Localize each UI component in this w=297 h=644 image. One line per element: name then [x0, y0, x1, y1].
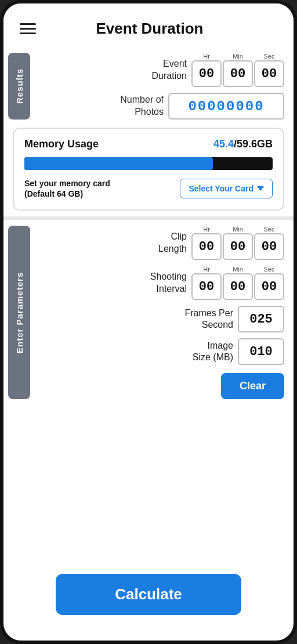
results-label: Results: [8, 53, 30, 120]
main-content: Results EventDuration Hr 00 Min 00: [3, 47, 294, 641]
event-sec-unit: Sec 00: [254, 53, 284, 87]
event-duration-label: EventDuration: [123, 58, 187, 82]
memory-progress-bg: [24, 157, 273, 170]
page-title: Event Duration: [38, 20, 261, 38]
shooting-interval-inputs: Hr 00 Min 00 Sec 00: [191, 266, 284, 300]
memory-card: Memory Usage 45.4/59.6GB Set your memory…: [13, 128, 284, 211]
clip-hr-unit: Hr 00: [191, 226, 222, 260]
phone-frame: Event Duration Results EventDuration Hr …: [0, 0, 297, 644]
hamburger-icon[interactable]: [17, 21, 38, 37]
calculate-button[interactable]: Calculate: [56, 574, 241, 615]
memory-progress-fill: [24, 157, 213, 170]
clip-sec-label: Sec: [264, 226, 275, 233]
event-duration-inputs: Hr 00 Min 00 Sec 00: [191, 53, 284, 87]
number-photos-row: Number ofPhotos 00000000: [35, 93, 284, 120]
event-min-input[interactable]: 00: [223, 60, 253, 87]
shoot-sec-unit: Sec 00: [254, 266, 284, 300]
fps-row: Frames PerSecond 025: [35, 306, 284, 332]
image-size-input[interactable]: 010: [238, 338, 284, 365]
params-section: Enter Parameters ClipLength Hr 00 Min 00: [3, 220, 294, 405]
event-hr-label: Hr: [203, 53, 210, 60]
calculate-section: Calculate: [3, 565, 294, 629]
shoot-min-label: Min: [233, 266, 243, 273]
chevron-down-icon: [257, 186, 264, 191]
clip-min-unit: Min 00: [223, 226, 253, 260]
shoot-sec-label: Sec: [264, 266, 275, 273]
shoot-min-unit: Min 00: [223, 266, 253, 300]
memory-card-label: Set your memory card (Default 64 GB): [24, 178, 110, 199]
memory-total-gb: 59.6GB: [237, 138, 273, 150]
memory-title: Memory Usage: [24, 138, 99, 150]
memory-used: 45.4: [213, 138, 234, 150]
fps-input[interactable]: 025: [238, 306, 284, 332]
select-card-label: Select Your Card: [189, 184, 253, 193]
memory-value: 45.4/59.6GB: [213, 138, 273, 150]
results-section: Results EventDuration Hr 00 Min 00: [3, 47, 294, 125]
event-min-label: Min: [233, 53, 243, 60]
clip-length-inputs: Hr 00 Min 00 Sec 00: [191, 226, 284, 260]
event-hr-unit: Hr 00: [191, 53, 222, 87]
event-min-unit: Min 00: [223, 53, 253, 87]
select-card-button[interactable]: Select Your Card: [180, 179, 273, 198]
header: Event Duration: [3, 3, 294, 47]
params-label: Enter Parameters: [8, 226, 30, 399]
clip-hr-label: Hr: [203, 226, 210, 233]
clip-length-label: ClipLength: [123, 231, 187, 255]
image-size-row: ImageSize (MB) 010: [35, 338, 284, 365]
number-photos-display: 00000000: [168, 93, 284, 120]
clip-sec-input[interactable]: 00: [254, 233, 284, 260]
clip-min-label: Min: [233, 226, 243, 233]
event-duration-row: EventDuration Hr 00 Min 00 Sec 00: [35, 53, 284, 87]
clear-btn-row: Clear: [35, 373, 284, 399]
memory-header: Memory Usage 45.4/59.6GB: [24, 138, 273, 150]
fps-label: Frames PerSecond: [169, 307, 233, 332]
clip-length-row: ClipLength Hr 00 Min 00 Sec 00: [35, 226, 284, 260]
shoot-sec-input[interactable]: 00: [254, 273, 284, 300]
shooting-interval-row: ShootingInterval Hr 00 Min 00 Sec 00: [35, 266, 284, 300]
event-sec-input[interactable]: 00: [254, 60, 284, 87]
event-hr-input[interactable]: 00: [191, 60, 222, 87]
event-sec-label: Sec: [264, 53, 275, 60]
image-size-label: ImageSize (MB): [169, 340, 233, 364]
results-fields: EventDuration Hr 00 Min 00 Sec 00: [35, 53, 284, 120]
number-photos-label: Number ofPhotos: [100, 94, 164, 118]
shoot-hr-input[interactable]: 00: [191, 273, 222, 300]
clip-min-input[interactable]: 00: [223, 233, 253, 260]
clip-hr-input[interactable]: 00: [191, 233, 222, 260]
clear-button[interactable]: Clear: [221, 373, 284, 399]
clip-sec-unit: Sec 00: [254, 226, 284, 260]
shoot-hr-label: Hr: [203, 266, 210, 273]
shooting-interval-label: ShootingInterval: [123, 271, 187, 295]
memory-footer: Set your memory card (Default 64 GB) Sel…: [24, 178, 273, 199]
params-fields: ClipLength Hr 00 Min 00 Sec 00: [35, 226, 284, 399]
shoot-min-input[interactable]: 00: [223, 273, 253, 300]
shoot-hr-unit: Hr 00: [191, 266, 222, 300]
